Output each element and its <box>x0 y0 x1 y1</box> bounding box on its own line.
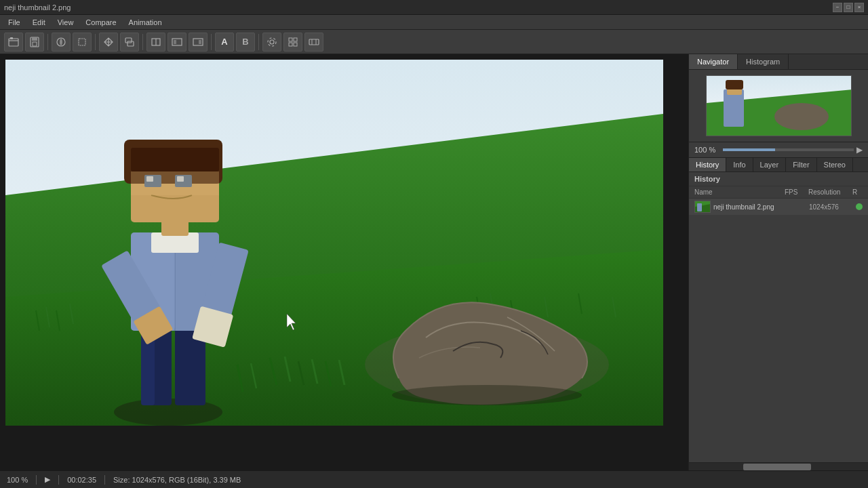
status-bar: 100 % ▶ 00:02:35 Size: 1024x576, RGB (16… <box>0 470 868 488</box>
minimize-button[interactable]: − <box>833 3 842 12</box>
svg-rect-55 <box>131 148 219 171</box>
svg-rect-12 <box>174 40 176 44</box>
tab-layer[interactable]: Layer <box>753 158 787 171</box>
color-button[interactable] <box>52 33 71 52</box>
maximize-button[interactable]: □ <box>844 3 853 12</box>
grid-button[interactable] <box>283 33 302 52</box>
status-zoom: 100 % <box>7 476 28 484</box>
tab-navigator[interactable]: Navigator <box>689 54 738 69</box>
window-controls: − □ × <box>833 3 864 12</box>
svg-point-16 <box>268 38 276 46</box>
zoom-slider[interactable] <box>723 148 854 151</box>
svg-point-38 <box>392 385 582 405</box>
col-resolution: Resolution <box>808 188 852 196</box>
col-fps: FPS <box>785 188 808 196</box>
history-status-dot <box>856 203 863 210</box>
toolbar: A B <box>0 30 868 54</box>
save-button[interactable] <box>25 33 44 52</box>
zoom-icon: ▶ <box>856 145 863 155</box>
svg-rect-72 <box>724 89 744 127</box>
playback-icon[interactable]: ▶ <box>45 475 50 484</box>
svg-rect-78 <box>697 203 702 211</box>
toolbar-separator-4 <box>211 34 212 50</box>
menu-compare[interactable]: Compare <box>80 17 121 28</box>
close-button[interactable]: × <box>854 3 864 12</box>
toolbar-separator-5 <box>258 34 259 50</box>
svg-rect-7 <box>125 38 132 43</box>
zoom-control: 100 % ▶ <box>689 142 868 158</box>
thumbnail-area <box>689 70 868 142</box>
history-title: History <box>689 172 868 186</box>
menu-edit[interactable]: Edit <box>27 17 51 28</box>
col-r: R <box>852 188 863 196</box>
zoom-button[interactable] <box>120 33 139 52</box>
svg-rect-14 <box>199 40 201 44</box>
svg-rect-8 <box>127 41 134 46</box>
toolbar-separator-3 <box>142 34 143 50</box>
view-toggle-3[interactable] <box>189 33 208 52</box>
panel-scrollbar[interactable] <box>689 462 868 470</box>
status-sep-3 <box>104 475 105 485</box>
zoom-value: 100 % <box>694 146 720 154</box>
tab-info[interactable]: Info <box>726 158 753 171</box>
menu-bar: File Edit View Compare Animation <box>0 15 868 30</box>
history-item-name: neji thumbnail 2.png <box>713 203 806 211</box>
svg-rect-74 <box>726 80 743 89</box>
status-size: Size: 1024x576, RGB (16Bit), 3.39 MB <box>113 476 241 484</box>
svg-rect-21 <box>309 39 319 45</box>
status-sep-1 <box>36 475 37 485</box>
toolbar-separator-1 <box>47 34 48 50</box>
canvas-area[interactable] <box>0 54 688 470</box>
navigator-tabs: Navigator Histogram <box>689 54 868 70</box>
main-layout: Navigator Histogram <box>0 54 868 470</box>
svg-rect-4 <box>33 42 37 46</box>
col-name: Name <box>694 188 785 196</box>
scene-svg <box>5 60 663 426</box>
svg-point-75 <box>774 103 829 130</box>
svg-rect-0 <box>9 39 18 46</box>
toolbar-separator-2 <box>95 34 96 50</box>
menu-view[interactable]: View <box>52 17 79 28</box>
panel-tabs: History Info Layer Filter Stereo <box>689 158 868 172</box>
right-panel: Navigator Histogram <box>688 54 868 470</box>
open-button[interactable] <box>4 33 23 52</box>
move-button[interactable] <box>99 33 118 52</box>
history-panel: History Name FPS Resolution R neji thumb… <box>689 172 868 462</box>
svg-rect-6 <box>79 39 85 45</box>
zoom-slider-fill <box>723 148 775 151</box>
title-text: neji thumbnail 2.png <box>4 3 71 12</box>
svg-rect-1 <box>10 37 13 39</box>
menu-animation[interactable]: Animation <box>123 17 167 28</box>
tab-stereo[interactable]: Stereo <box>817 158 853 171</box>
tab-filter[interactable]: Filter <box>786 158 816 171</box>
select-button[interactable] <box>73 33 92 52</box>
svg-point-15 <box>270 40 274 44</box>
history-item-resolution: 1024x576 <box>809 203 853 211</box>
svg-rect-20 <box>294 43 297 46</box>
history-thumbnail <box>694 201 711 213</box>
view-toggle-1[interactable] <box>146 33 165 52</box>
svg-rect-18 <box>294 38 297 41</box>
settings-button[interactable] <box>262 33 281 52</box>
b-button[interactable]: B <box>236 33 255 52</box>
svg-rect-60 <box>131 171 219 195</box>
status-time: 00:02:35 <box>67 476 96 484</box>
history-columns: Name FPS Resolution R <box>689 186 868 199</box>
navigator-thumbnail <box>706 75 852 136</box>
history-row[interactable]: neji thumbnail 2.png 1024x576 <box>689 199 868 215</box>
svg-rect-19 <box>289 43 292 46</box>
view-toggle-2[interactable] <box>167 33 186 52</box>
a-button[interactable]: A <box>215 33 234 52</box>
extra-button[interactable] <box>304 33 323 52</box>
canvas-image <box>5 60 663 426</box>
tab-history[interactable]: History <box>689 158 726 171</box>
status-sep-2 <box>58 475 59 485</box>
title-bar: neji thumbnail 2.png − □ × <box>0 0 868 15</box>
tab-histogram[interactable]: Histogram <box>738 54 789 69</box>
menu-file[interactable]: File <box>3 17 26 28</box>
svg-rect-17 <box>289 38 292 41</box>
svg-rect-3 <box>32 37 37 41</box>
scrollbar-thumb[interactable] <box>743 464 811 470</box>
